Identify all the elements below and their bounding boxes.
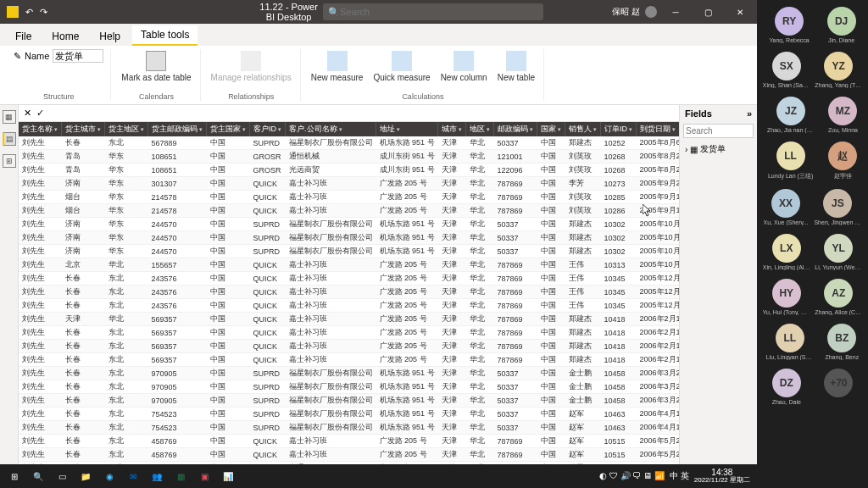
tray-icons[interactable]: ◐ 🛡 🔊 🗨 🖥 📶: [599, 471, 665, 480]
avatar: JS: [823, 189, 852, 218]
taskview-icon[interactable]: ▭: [51, 466, 73, 486]
table-row[interactable]: 刘先生北京华北155657中国QUICK嘉士补习班广发路 205 号天津华北78…: [19, 258, 679, 272]
new-measure-button[interactable]: New measure: [309, 49, 365, 84]
minimize-button[interactable]: ─: [662, 0, 689, 24]
table-row[interactable]: 刘先生济南华东244570中国SUPRD福星制衣厂股份有限公司机场东路 951 …: [19, 245, 679, 258]
ime-indicator[interactable]: 中 英: [670, 470, 689, 482]
report-view-icon[interactable]: ▦: [3, 110, 16, 124]
column-header[interactable]: 客户ID▾: [250, 122, 286, 136]
table-row[interactable]: 刘先生长春东北970905中国SUPRD福星制衣厂股份有限公司机场东路 951 …: [19, 367, 679, 380]
table-row[interactable]: 刘先生烟台华东214578中国QUICK嘉士补习班广发路 205 号天津华北78…: [19, 204, 679, 218]
quick-measure-button[interactable]: Quick measure: [371, 49, 431, 84]
table-row[interactable]: 刘先生长春东北567889中国SUPRD福星制衣厂股份有限公司机场东路 951 …: [19, 136, 679, 150]
column-header[interactable]: 货主名称▾: [19, 122, 62, 136]
tab-home[interactable]: Home: [43, 27, 87, 46]
data-grid[interactable]: 货主名称▾货主城市▾货主地区▾货主邮政编码▾货主国家▾客户ID▾客户.公司名称▾…: [19, 122, 679, 473]
tab-file[interactable]: File: [7, 27, 40, 46]
search-input[interactable]: [340, 7, 538, 17]
table-row[interactable]: 刘先生天津华北569357中国QUICK嘉士补习班广发路 205 号天津华北78…: [19, 313, 679, 326]
participant[interactable]: LLLiu, Lingyan (Sun...: [766, 324, 814, 360]
start-button[interactable]: ⊞: [3, 466, 25, 486]
participant[interactable]: LLLundy Lan (三组): [768, 141, 813, 180]
participant[interactable]: YZZhang, Yang (TEC...: [815, 52, 862, 88]
powerbi-icon[interactable]: 📊: [217, 466, 239, 486]
fields-table-item[interactable]: ›▦发货单: [680, 140, 757, 158]
column-header[interactable]: 销售人▾: [565, 122, 601, 136]
user-avatar[interactable]: [645, 6, 657, 18]
participant[interactable]: 赵赵宇佳: [828, 141, 857, 180]
edge-icon[interactable]: ◉: [98, 466, 120, 486]
table-row[interactable]: 刘先生长春东北458769中国QUICK嘉士补习班广发路 205 号天津华北78…: [19, 448, 679, 462]
column-header[interactable]: 地址▾: [376, 122, 438, 136]
maximize-button[interactable]: ▢: [694, 0, 721, 24]
table-row[interactable]: 刘先生青岛华东108651中国GROSR光远商贸成川东街 951 号天津华北12…: [19, 164, 679, 177]
participant[interactable]: XXXu, Xue (Shery...: [764, 189, 809, 225]
app-icon-2[interactable]: ▣: [193, 466, 215, 486]
tab-help[interactable]: Help: [91, 27, 129, 46]
new-column-button[interactable]: New column: [439, 49, 489, 84]
excel-icon[interactable]: ▦: [170, 466, 192, 486]
column-header[interactable]: 货主邮政编码▾: [148, 122, 207, 136]
table-row[interactable]: 刘先生长春东北754523中国SUPRD福星制衣厂股份有限公司机场东路 951 …: [19, 408, 679, 421]
avatar: MZ: [828, 97, 857, 125]
collapse-icon[interactable]: »: [747, 108, 752, 119]
teams-icon[interactable]: 👥: [146, 466, 168, 486]
cancel-icon[interactable]: ✕: [24, 108, 31, 119]
name-input[interactable]: [53, 49, 103, 63]
table-row[interactable]: 刘先生长春东北569357中国QUICK嘉士补习班广发路 205 号天津华北78…: [19, 353, 679, 367]
table-row[interactable]: 刘先生长春东北754523中国SUPRD福星制衣厂股份有限公司机场东路 951 …: [19, 421, 679, 435]
explorer-icon[interactable]: 📁: [75, 466, 97, 486]
participant[interactable]: LXXin, Lingling (Alic...: [763, 234, 810, 270]
model-view-icon[interactable]: ⊞: [3, 154, 16, 168]
table-row[interactable]: 刘先生长春东北243576中国QUICK嘉士补习班广发路 205 号天津华北78…: [19, 272, 679, 286]
column-header[interactable]: 城市▾: [438, 122, 466, 136]
column-header[interactable]: 地区▾: [466, 122, 494, 136]
participant[interactable]: HYYu, Hui (Tony, CM...: [763, 279, 810, 315]
column-header[interactable]: 货主地区▾: [105, 122, 148, 136]
column-header[interactable]: 货主城市▾: [62, 122, 105, 136]
column-header[interactable]: 到货日期▾: [637, 122, 679, 136]
table-row[interactable]: 刘先生济南华东301307中国QUICK嘉士补习班广发路 205 号天津华北78…: [19, 177, 679, 191]
participant[interactable]: DJJin, Diane: [827, 7, 856, 43]
table-row[interactable]: 刘先生长春东北569357中国QUICK嘉士补习班广发路 205 号天津华北78…: [19, 340, 679, 353]
table-row[interactable]: 刘先生济南华东244570中国SUPRD福星制衣厂股份有限公司机场东路 951 …: [19, 231, 679, 245]
data-view-icon[interactable]: ▤: [3, 132, 16, 146]
column-header[interactable]: 货主国家▾: [207, 122, 250, 136]
participant[interactable]: BZZhang, Benz: [825, 324, 859, 360]
participant[interactable]: DZZhao, Dale: [772, 369, 801, 405]
table-row[interactable]: 刘先生长春东北458769中国QUICK嘉士补习班广发路 205 号天津华北78…: [19, 435, 679, 448]
table-row[interactable]: 刘先生长春东北970905中国SUPRD福星制衣厂股份有限公司机场东路 951 …: [19, 394, 679, 408]
table-row[interactable]: 刘先生长春东北243576中国QUICK嘉士补习班广发路 205 号天津华北78…: [19, 299, 679, 313]
mark-date-button[interactable]: Mark as date table: [120, 49, 192, 84]
column-header[interactable]: 邮政编码▾: [494, 122, 537, 136]
participant-name: Yu, Hui (Tony, CM...: [763, 309, 810, 315]
close-button[interactable]: ✕: [726, 0, 754, 24]
confirm-icon[interactable]: ✓: [36, 108, 44, 119]
redo-icon[interactable]: ↷: [40, 7, 47, 18]
participant[interactable]: JZZhao, Jia nan (PC...: [767, 97, 815, 133]
participant[interactable]: MZZou, Minna: [828, 97, 858, 133]
participant[interactable]: SXXing, Shan (Sandr...: [763, 52, 810, 88]
table-row[interactable]: 刘先生长春东北243576中国QUICK嘉士补习班广发路 205 号天津华北78…: [19, 286, 679, 299]
table-row[interactable]: 刘先生长春东北569357中国QUICK嘉士补习班广发路 205 号天津华北78…: [19, 326, 679, 340]
teams-panel: RYYang, RebeccaDJJin, DianeSXXing, Shan …: [757, 0, 868, 488]
participant[interactable]: JSShen, Jingwen (S...: [814, 189, 861, 225]
table-row[interactable]: 刘先生济南华东244570中国SUPRD福星制衣厂股份有限公司机场东路 951 …: [19, 218, 679, 231]
column-header[interactable]: 订单ID▾: [601, 122, 637, 136]
search-box[interactable]: 🔍: [323, 3, 543, 20]
fields-search[interactable]: [683, 124, 754, 138]
undo-icon[interactable]: ↶: [25, 7, 33, 18]
tab-tabletools[interactable]: Table tools: [132, 25, 198, 46]
participant[interactable]: RYYang, Rebecca: [769, 7, 809, 43]
outlook-icon[interactable]: ✉: [122, 466, 144, 486]
taskbar-search-icon[interactable]: 🔍: [27, 466, 49, 486]
column-header[interactable]: 客户.公司名称▾: [286, 122, 376, 136]
participant[interactable]: YLLi, Yunyun (Wend...: [815, 234, 862, 270]
table-row[interactable]: 刘先生烟台华东214578中国QUICK嘉士补习班广发路 205 号天津华北78…: [19, 191, 679, 204]
table-row[interactable]: 刘先生青岛华东108651中国GROSR通恒机械成川东街 951 号天津华北12…: [19, 150, 679, 164]
column-header[interactable]: 国家▾: [537, 122, 565, 136]
participant[interactable]: AZZhang, Alice (CO...: [815, 279, 862, 315]
new-table-button[interactable]: New table: [496, 49, 537, 84]
participant[interactable]: +70: [824, 369, 853, 405]
table-row[interactable]: 刘先生长春东北970905中国SUPRD福星制衣厂股份有限公司机场东路 951 …: [19, 380, 679, 394]
